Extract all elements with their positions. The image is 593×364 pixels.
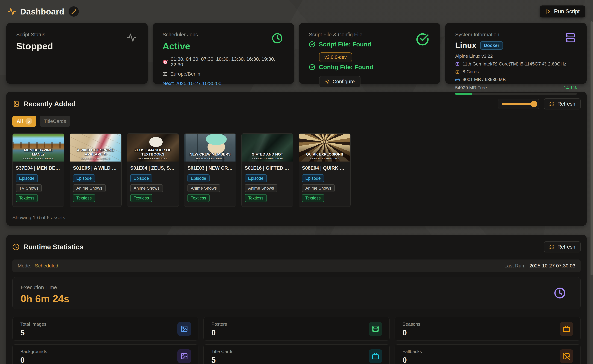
thumbnail-season-episode: SEASON 1 • EPISODE 16 — [241, 157, 293, 160]
refresh-label: Refresh — [557, 101, 575, 107]
film-icon — [369, 322, 382, 336]
stat-card: Backgrounds0 — [12, 344, 199, 364]
cpu-model: 11th Gen Intel(R) Core(TM) i5-1145G7 @ 2… — [463, 61, 566, 67]
category-badge: Anime Shows — [187, 184, 220, 192]
thumbnail-episode-title: GIFTED AND NOT — [246, 152, 289, 156]
scheduler-next-run: Next: 2025-10-27 10:30:00 — [163, 81, 284, 86]
check-circle-icon — [416, 33, 429, 46]
memory-progress-bar — [455, 93, 577, 95]
media-card-icon — [12, 100, 20, 108]
stat-value: 5 — [20, 328, 191, 337]
asset-title: S37E04 | MEN BEHAVING... — [16, 165, 61, 171]
stat-value: 0 — [20, 356, 191, 364]
textless-badge: Textless — [302, 194, 324, 202]
category-badge: TV Shows — [16, 184, 42, 192]
memory-progress-fill — [455, 93, 472, 95]
thumbnail-episode-title: QUIRK EXPLOSION!! — [303, 152, 346, 156]
scheduler-status-value: Active — [163, 41, 284, 51]
script-status-value: Stopped — [16, 41, 138, 51]
stat-card: Fallbacks0 — [394, 344, 581, 364]
category-badge: Anime Shows — [130, 184, 163, 192]
alarm-clock-icon — [163, 59, 168, 65]
play-icon — [546, 9, 551, 14]
system-info-card: System Information Linux Docker Alpine L… — [445, 23, 587, 84]
files-card: Script File & Config File Script File: F… — [299, 23, 440, 84]
stat-card: Seasons0 — [394, 317, 581, 340]
asset-card[interactable]: NEW CREW MEMBERSSEASON 1 • EPISODE 3S01E… — [184, 133, 236, 207]
filter-all-button[interactable]: All 6 — [12, 116, 36, 127]
refresh-icon — [549, 244, 554, 250]
stat-label: Fallbacks — [402, 349, 573, 354]
edit-dashboard-button[interactable] — [69, 6, 79, 17]
category-badge: Anime Shows — [245, 184, 277, 192]
thumbnail-episode-title: MEN BEHAVING MANLY — [17, 148, 60, 156]
asset-card[interactable]: ZEUS, SMASHER OF TEXTBOOKSSEASON 1 • EPI… — [127, 133, 179, 207]
asset-title: S01E16 | GIFTED AND NOT — [245, 165, 290, 171]
stat-label: Backgrounds — [20, 349, 191, 354]
asset-thumbnail: GIFTED AND NOTSEASON 1 • EPISODE 16 — [241, 134, 293, 162]
thumbnail-size-slider[interactable] — [498, 99, 539, 109]
section-title: Runtime Statistics — [23, 243, 83, 251]
os-name: Linux — [455, 41, 476, 50]
card-label: Scheduler Jobs — [163, 32, 284, 38]
hard-drive-icon — [455, 77, 460, 82]
scheduler-jobs-card: Scheduler Jobs Active 01:30, 04:30, 07:3… — [153, 23, 294, 84]
server-icon — [566, 33, 575, 43]
tv-icon — [560, 322, 573, 336]
script-status-card: Script Status Stopped — [6, 23, 148, 84]
stat-value: 0 — [402, 356, 573, 364]
check-circle-icon — [309, 41, 315, 47]
asset-title: S01E03 | NEW CREW ME... — [187, 165, 233, 171]
version-badge: v2.0.0-dev — [319, 52, 352, 62]
filter-titlecards-button[interactable]: TitleCards — [40, 116, 71, 127]
asset-title: S01E05 | A WILD HOT SP... — [73, 165, 118, 171]
memory-free: 54929 MB Free — [455, 85, 487, 91]
asset-card[interactable]: GIFTED AND NOTSEASON 1 • EPISODE 16S01E1… — [241, 133, 293, 207]
refresh-runtime-button[interactable]: Refresh — [544, 241, 581, 253]
check-circle-icon — [309, 64, 315, 70]
page-title: Dashboard — [20, 7, 64, 16]
asset-card[interactable]: A WILD HOT SPRING APPEARED!SEASON 1 • EP… — [70, 133, 122, 207]
asset-thumbnail: A WILD HOT SPRING APPEARED!SEASON 1 • EP… — [70, 134, 121, 162]
stat-label: Total Images — [20, 321, 191, 327]
configure-label: Configure — [333, 79, 355, 84]
asset-title: S01E04 | ZEUS, SMASHER... — [130, 165, 175, 171]
slider-thumb[interactable] — [531, 101, 537, 107]
execution-time-label: Execution Time — [21, 284, 572, 290]
thumbnail-season-episode: SEASON 1 • EPISODE 3 — [184, 157, 236, 160]
scheduler-timezone: Europe/Berlin — [170, 71, 200, 77]
asset-card[interactable]: QUIRK EXPLOSION!!SEASON 8 • EPISODE 4S08… — [299, 133, 351, 207]
refresh-assets-button[interactable]: Refresh — [544, 98, 581, 110]
episode-badge: Episode — [130, 174, 152, 182]
status-cards-row: Script Status Stopped Scheduler Jobs Act… — [6, 23, 587, 84]
memory-used-percent: 14.1% — [564, 85, 577, 91]
textless-badge: Textless — [73, 194, 95, 202]
run-script-button[interactable]: Run Script — [540, 6, 585, 18]
refresh-icon — [549, 101, 554, 107]
asset-filters: All 6 TitleCards — [12, 116, 581, 127]
stat-label: Seasons — [402, 321, 573, 327]
gear-icon — [325, 79, 330, 84]
card-label: Script File & Config File — [309, 32, 430, 38]
asset-thumbnail: NEW CREW MEMBERSSEASON 1 • EPISODE 3 — [184, 134, 236, 162]
scrollbar-thumb[interactable] — [591, 21, 593, 275]
thumbnail-season-episode: SEASON 37 • EPISODE 4 — [13, 157, 64, 160]
cpu-cores-icon — [455, 70, 460, 74]
image-off-icon — [560, 349, 573, 363]
refresh-label: Refresh — [557, 244, 575, 250]
script-file-status: Script File: Found — [319, 41, 371, 48]
episode-badge: Episode — [245, 174, 267, 182]
runtime-stats-grid: Total Images5Posters0Seasons0Backgrounds… — [12, 317, 581, 364]
docker-badge: Docker — [480, 41, 503, 50]
distro-name: Alpine Linux v3.22 — [455, 53, 493, 59]
scheduler-times: 01:30, 04:30, 07:30, 10:30, 13:30, 16:30… — [171, 56, 284, 68]
last-run-value: 2025-10-27 07:30:03 — [529, 263, 575, 268]
card-label: System Information — [455, 32, 577, 38]
episode-badge: Episode — [16, 174, 38, 182]
asset-card[interactable]: MEN BEHAVING MANLYSEASON 37 • EPISODE 4S… — [12, 133, 64, 207]
textless-badge: Textless — [16, 194, 38, 202]
tv-icon — [369, 349, 382, 363]
vertical-scrollbar[interactable] — [590, 0, 593, 364]
configure-button[interactable]: Configure — [319, 76, 360, 87]
slider-track[interactable] — [502, 103, 535, 105]
